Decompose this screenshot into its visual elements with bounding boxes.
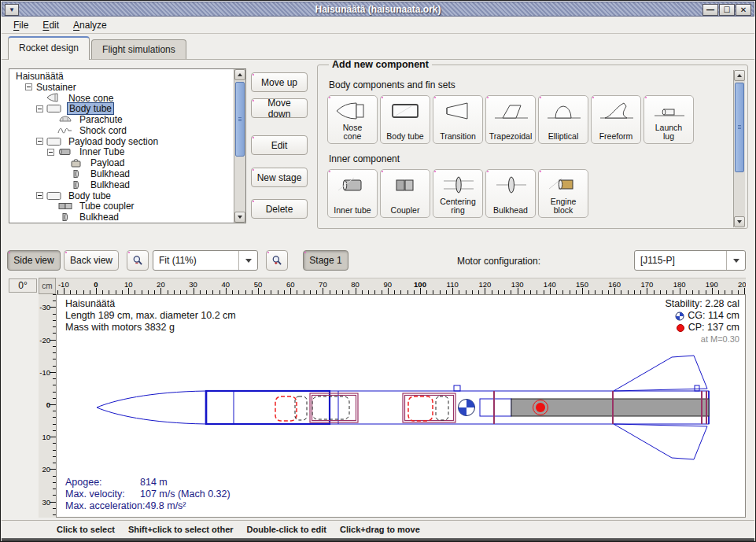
title-bar[interactable]: ▼ Haisunäätä (haisunaata.ork) —☐✕: [2, 2, 754, 17]
tree-item-bulkhead[interactable]: Bulkhead: [9, 179, 234, 190]
add-bulkhead-button[interactable]: Bulkhead: [485, 169, 536, 218]
tree-item-nose-cone[interactable]: Nose cone: [9, 93, 234, 104]
zoom-out-button[interactable]: [127, 250, 149, 271]
tree-item-bulkhead[interactable]: Bulkhead: [9, 168, 234, 179]
group-label-inner-component: Inner component: [329, 153, 736, 164]
h-ruler-label: 150: [576, 280, 588, 289]
body-tube-icon: [46, 137, 63, 146]
scroll-thumb[interactable]: [735, 83, 744, 172]
add-coupler-button[interactable]: Coupler: [380, 169, 430, 218]
stage-1-toggle[interactable]: Stage 1: [303, 250, 348, 271]
delete-button[interactable]: Delete: [251, 199, 308, 219]
cg-icon: [675, 312, 684, 321]
h-ruler-label: 0: [94, 280, 98, 289]
tab-flight-simulations[interactable]: Flight simulations: [91, 39, 186, 60]
parachute-icon: [57, 115, 74, 124]
add-elliptical-button[interactable]: Elliptical: [538, 95, 588, 144]
h-ruler-label: 130: [511, 280, 524, 289]
tab-rocket-design[interactable]: Rocket design: [8, 36, 90, 60]
add-centering-ring-button[interactable]: Centering ring: [433, 169, 483, 218]
component-button-row: Inner tubeCouplerCentering ringBulkheadE…: [327, 169, 738, 218]
ruler-unit-label: cm: [39, 278, 56, 294]
v-ruler-label: -20: [39, 335, 50, 344]
rocket-design-canvas[interactable]: Haisunäätä Length 189 cm, max. diameter …: [56, 294, 746, 518]
minimize-button[interactable]: —: [703, 4, 718, 16]
cg-value: CG: 114 cm: [688, 310, 739, 322]
tree-expander-icon[interactable]: [36, 138, 43, 145]
window-title: Haisunäätä (haisunaata.ork): [2, 4, 754, 15]
rocket-info: Haisunäätä Length 189 cm, max. diameter …: [65, 298, 236, 334]
tree-item-label: Payload: [89, 157, 126, 168]
v-ruler-label: -10: [39, 367, 50, 376]
new-stage-button[interactable]: New stage: [251, 168, 308, 187]
scroll-thumb[interactable]: [235, 82, 245, 157]
flight-row-max-velocity: Max. velocity:107 m/s (Mach 0.32): [65, 489, 230, 500]
flight-row-max-acceleration: Max. acceleration:49.8 m/s²: [65, 500, 230, 512]
maximize-button[interactable]: ☐: [719, 4, 735, 16]
tree-item-bulkhead[interactable]: Bulkhead: [9, 212, 234, 223]
status-bar: Click to selectShift+click to select oth…: [2, 520, 754, 538]
component-button-label: Centering ring: [438, 197, 478, 215]
component-button-label: Body tube: [386, 132, 423, 141]
body-tube-1-outline: [206, 391, 330, 424]
cp-value: CP: 137 cm: [688, 322, 739, 334]
view-toolbar: Side view Back view Fit (11%) Stage 1 Mo…: [1, 249, 756, 275]
add-freeform-button[interactable]: Freeform: [591, 95, 641, 144]
zoom-in-button[interactable]: [266, 250, 288, 271]
v-ruler-label: 0: [46, 400, 50, 409]
add-nose-cone-button[interactable]: Nose cone: [327, 95, 378, 144]
tree-item-body-tube[interactable]: Body tube: [9, 190, 234, 201]
h-ruler-label: 100: [414, 280, 426, 289]
tree-expander-icon[interactable]: [25, 83, 32, 90]
h-ruler-label: 180: [673, 280, 686, 289]
coupler-icon: [57, 201, 74, 211]
scroll-down-icon[interactable]: [734, 216, 745, 227]
move-up-button[interactable]: Move up: [251, 72, 308, 92]
motor-configuration-value: [J115-P]: [635, 255, 726, 266]
close-button[interactable]: ✕: [736, 4, 751, 16]
scroll-up-icon[interactable]: [734, 70, 745, 81]
tree-item-label: Body tube: [67, 190, 112, 201]
tree-expander-icon[interactable]: [36, 105, 43, 112]
add-body-tube-button[interactable]: Body tube: [380, 95, 430, 144]
tree-item-parachute[interactable]: Parachute: [9, 114, 234, 125]
tree-item-tube-coupler[interactable]: Tube coupler: [9, 201, 234, 212]
flight-row-apogee: Apogee:814 m: [65, 477, 230, 489]
body-tube-icon: [388, 100, 424, 122]
menu-file[interactable]: File: [6, 18, 35, 32]
tree-item-payload[interactable]: Payload: [9, 157, 234, 168]
tree-expander-icon[interactable]: [36, 192, 43, 199]
menu-analyze[interactable]: Analyze: [66, 18, 114, 32]
launch-lug-icon: [651, 100, 688, 122]
component-panel-scrollbar[interactable]: [733, 70, 745, 227]
zoom-level-select[interactable]: Fit (11%): [153, 250, 258, 271]
scroll-down-icon[interactable]: [234, 212, 245, 223]
tree-item-haisun-t[interactable]: Haisunäätä: [9, 71, 234, 82]
status-hint: Click to select: [57, 525, 115, 534]
edit-button[interactable]: Edit: [251, 135, 308, 155]
motor-configuration-select[interactable]: [J115-P]: [634, 250, 746, 271]
add-trapezoidal-button[interactable]: Trapezoidal: [485, 95, 536, 144]
trapezoidal-icon: [493, 100, 529, 122]
scroll-up-icon[interactable]: [234, 69, 245, 80]
tree-scrollbar[interactable]: [234, 69, 245, 223]
add-engine-block-button[interactable]: Engine block: [538, 169, 588, 218]
tree-item-body-tube[interactable]: Body tube: [9, 103, 234, 114]
tree-item-payload-body-section[interactable]: Payload body section: [9, 136, 234, 147]
menu-edit[interactable]: Edit: [35, 18, 66, 32]
status-hint: Shift+click to select other: [128, 525, 234, 534]
tree-item-inner-tube[interactable]: Inner Tube: [9, 147, 234, 158]
h-ruler-label: -10: [58, 280, 69, 289]
tree-item-shock-cord[interactable]: Shock cord: [9, 125, 234, 136]
inner-tube-icon: [57, 147, 74, 157]
add-launch-lug-button[interactable]: Launch lug: [644, 95, 694, 144]
move-down-button[interactable]: Move down: [251, 98, 308, 118]
add-inner-tube-button[interactable]: Inner tube: [327, 169, 378, 218]
back-view-button[interactable]: Back view: [64, 250, 119, 271]
tree-item-sustainer[interactable]: Sustainer: [9, 82, 234, 93]
tree-expander-icon[interactable]: [47, 149, 54, 156]
group-label-body-components-and-fin-sets: Body components and fin sets: [329, 79, 736, 90]
add-transition-button[interactable]: Transition: [433, 95, 483, 144]
window-controls: —☐✕: [703, 4, 751, 16]
side-view-button[interactable]: Side view: [7, 250, 61, 271]
